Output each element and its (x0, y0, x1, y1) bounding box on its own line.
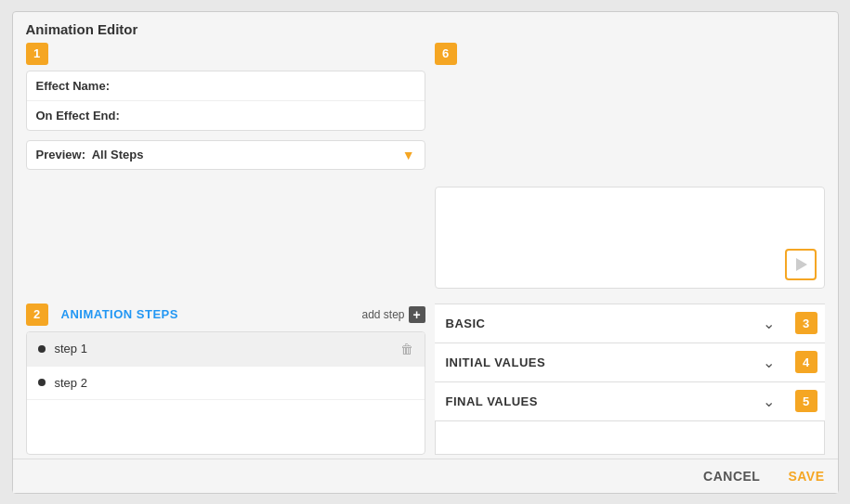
play-button[interactable] (785, 249, 817, 280)
badge-3: 3 (795, 312, 817, 334)
preview-dropdown[interactable]: Preview: All Steps ▼ (26, 140, 425, 170)
save-button[interactable]: SAVE (788, 469, 824, 484)
step-item[interactable]: step 2 (27, 367, 425, 400)
add-step-button[interactable]: add step + (361, 306, 425, 323)
accordion-chevron-basic-icon[interactable]: ⌄ (763, 315, 775, 332)
top-fields: Effect Name: On Effect End: (26, 71, 425, 131)
steps-list: step 1 🗑 step 2 (26, 331, 425, 455)
delete-step-icon[interactable]: 🗑 (400, 342, 413, 356)
dialog-title: Animation Editor (13, 12, 838, 43)
animation-editor-dialog: Animation Editor 1 Effect Name: On Effec… (12, 11, 839, 494)
cancel-button[interactable]: CANCEL (703, 469, 760, 484)
badge-1: 1 (26, 43, 48, 65)
preview-canvas (435, 187, 825, 289)
dialog-footer: CANCEL SAVE (13, 459, 838, 493)
accordion-chevron-final-icon[interactable]: ⌄ (763, 393, 775, 410)
accordion-row-initial: INITIAL VALUES ⌄ 4 (435, 343, 825, 382)
badge-2: 2 (26, 304, 48, 326)
step-name: step 2 (55, 376, 413, 390)
accordion-empty-area (435, 421, 825, 455)
play-icon (796, 258, 807, 271)
accordion-label-initial: INITIAL VALUES (446, 355, 763, 369)
effect-name-field[interactable]: Effect Name: (27, 71, 425, 101)
preview-label: Preview: All Steps (36, 148, 402, 162)
accordion-row-final: FINAL VALUES ⌄ 5 (435, 382, 825, 421)
animation-steps-title: ANIMATION STEPS (61, 307, 362, 321)
accordion-wrapper: BASIC ⌄ 3 INITIAL VALUES ⌄ 4 (435, 304, 825, 455)
badge-6: 6 (435, 43, 457, 65)
on-effect-end-field[interactable]: On Effect End: (27, 101, 425, 130)
add-step-plus-icon: + (409, 306, 425, 323)
accordion-chevron-initial-icon[interactable]: ⌄ (763, 354, 775, 371)
badge-4: 4 (795, 351, 817, 373)
step-bullet-icon (38, 345, 46, 353)
badge-5: 5 (795, 390, 817, 412)
accordion-label-final: FINAL VALUES (446, 394, 763, 408)
step-name: step 1 (55, 342, 400, 355)
step-bullet-icon (38, 379, 46, 386)
accordion-label-basic: BASIC (446, 317, 763, 330)
accordion-row-basic: BASIC ⌄ 3 (435, 304, 825, 343)
preview-chevron-icon: ▼ (402, 148, 415, 162)
step-item[interactable]: step 1 🗑 (27, 332, 425, 367)
animation-steps-header: 2 ANIMATION STEPS add step + (26, 304, 425, 326)
